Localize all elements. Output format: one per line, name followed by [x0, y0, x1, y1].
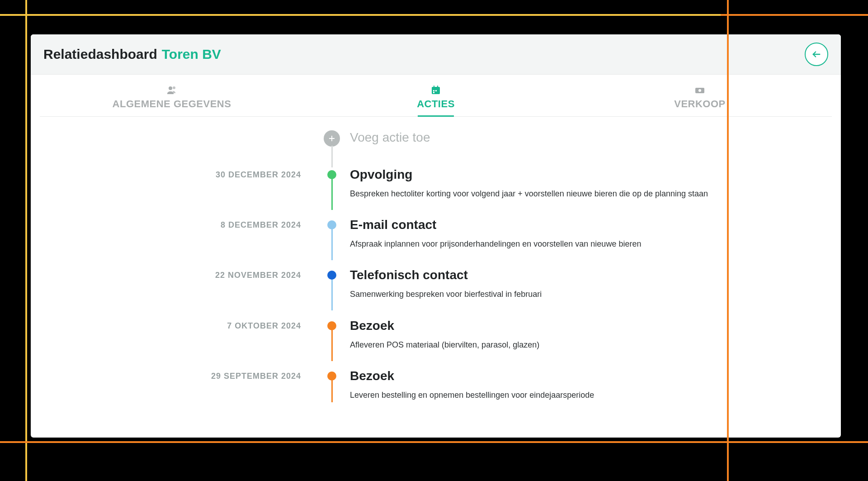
timeline-date: 29 SEPTEMBER 2024 — [97, 369, 314, 381]
timeline-item-title: Opvolging — [350, 167, 775, 182]
timeline-item-title: Telefonisch contact — [350, 268, 775, 282]
connector — [331, 329, 333, 361]
dashboard-panel: Relatiedashboard Toren BV ALGEMENE GEGEV… — [31, 34, 841, 438]
timeline-item[interactable]: 7 OKTOBER 2024BezoekAfleveren POS materi… — [97, 319, 775, 369]
content-area: Voeg actie toe 30 DECEMBER 2024Opvolging… — [31, 117, 841, 438]
node-col — [314, 218, 350, 260]
timeline-node — [327, 371, 336, 381]
timeline-item[interactable]: 30 DECEMBER 2024OpvolgingBespreken hecto… — [97, 167, 775, 218]
timeline-item-description: Afleveren POS materiaal (biervilten, par… — [350, 339, 775, 351]
timeline-item-title: Bezoek — [350, 369, 775, 383]
svg-rect-7 — [433, 90, 434, 91]
panel-header: Relatiedashboard Toren BV — [31, 34, 841, 75]
frame-line-right-orange — [727, 0, 729, 481]
node-col — [314, 369, 350, 402]
node-col — [314, 130, 350, 167]
tab-label: ACTIES — [417, 98, 455, 110]
svg-rect-8 — [435, 90, 437, 91]
page-title-prefix: Relatiedashboard — [43, 47, 157, 62]
add-action-button[interactable] — [324, 130, 340, 147]
add-action-label[interactable]: Voeg actie toe — [350, 130, 775, 145]
node-col — [314, 167, 350, 210]
timeline-item-description: Leveren bestelling en opnemen bestelling… — [350, 390, 775, 401]
frame-line-left-yellow — [25, 0, 27, 481]
page-title-name: Toren BV — [162, 47, 221, 62]
tab-actions[interactable]: ACTIES — [304, 75, 568, 116]
plus-icon — [328, 134, 336, 143]
tab-label: VERKOOP — [674, 98, 726, 110]
people-icon — [166, 85, 177, 95]
timeline-body: BezoekAfleveren POS materiaal (biervilte… — [350, 319, 775, 369]
timeline-node — [327, 170, 336, 179]
timeline-node — [327, 321, 336, 330]
node-col — [314, 268, 350, 310]
timeline-body: E-mail contactAfspraak inplannen voor pr… — [350, 218, 775, 268]
tabs: ALGEMENE GEGEVENS ACTIES VERKOOP — [40, 75, 832, 117]
svg-point-2 — [173, 86, 175, 89]
page-title: Relatiedashboard Toren BV — [43, 47, 221, 62]
timeline-date: 7 OKTOBER 2024 — [97, 319, 314, 331]
timeline-item[interactable]: 22 NOVEMBER 2024Telefonisch contactSamen… — [97, 268, 775, 318]
timeline-date: 22 NOVEMBER 2024 — [97, 268, 314, 280]
back-button[interactable] — [805, 43, 828, 66]
svg-point-1 — [169, 86, 172, 90]
timeline-date: 8 DECEMBER 2024 — [97, 218, 314, 230]
frame-line-bottom-orange — [0, 441, 868, 443]
add-action-body: Voeg actie toe — [350, 130, 775, 157]
svg-rect-5 — [434, 86, 434, 88]
connector — [331, 380, 333, 402]
timeline-item-description: Samenwerking bespreken voor bierfestival… — [350, 289, 775, 300]
date-col-empty — [97, 130, 314, 133]
frame-line-top-orange — [721, 14, 868, 16]
svg-rect-9 — [433, 92, 434, 93]
timeline-node — [327, 220, 336, 229]
timeline-body: BezoekLeveren bestelling en opnemen best… — [350, 369, 775, 419]
timeline-item-title: Bezoek — [350, 319, 775, 333]
node-col — [314, 319, 350, 361]
arrow-left-icon — [811, 49, 821, 59]
tab-label: ALGEMENE GEGEVENS — [113, 98, 231, 110]
timeline-body: OpvolgingBespreken hectoliter korting vo… — [350, 167, 775, 218]
timeline-item-title: E-mail contact — [350, 218, 775, 232]
timeline: Voeg actie toe 30 DECEMBER 2024Opvolging… — [97, 130, 775, 438]
connector — [331, 279, 333, 310]
timeline-body: Telefonisch contactSamenwerking bespreke… — [350, 268, 775, 318]
money-icon — [694, 85, 705, 95]
svg-point-11 — [698, 89, 701, 92]
connector — [331, 229, 333, 260]
timeline-item-description: Bespreken hectoliter korting voor volgen… — [350, 188, 775, 200]
calendar-icon — [430, 85, 441, 95]
timeline-item-description: Afspraak inplannen voor prijsonderhandel… — [350, 238, 775, 250]
timeline-date: 30 DECEMBER 2024 — [97, 167, 314, 180]
timeline-node — [327, 271, 336, 280]
timeline-item[interactable]: 8 DECEMBER 2024E-mail contactAfspraak in… — [97, 218, 775, 268]
svg-rect-6 — [437, 86, 438, 88]
tab-sales[interactable]: VERKOOP — [568, 75, 832, 116]
connector — [331, 178, 333, 210]
connector — [331, 146, 333, 167]
add-action-row: Voeg actie toe — [97, 130, 775, 167]
tab-general-info[interactable]: ALGEMENE GEGEVENS — [40, 75, 304, 116]
timeline-item[interactable]: 29 SEPTEMBER 2024BezoekLeveren bestellin… — [97, 369, 775, 419]
